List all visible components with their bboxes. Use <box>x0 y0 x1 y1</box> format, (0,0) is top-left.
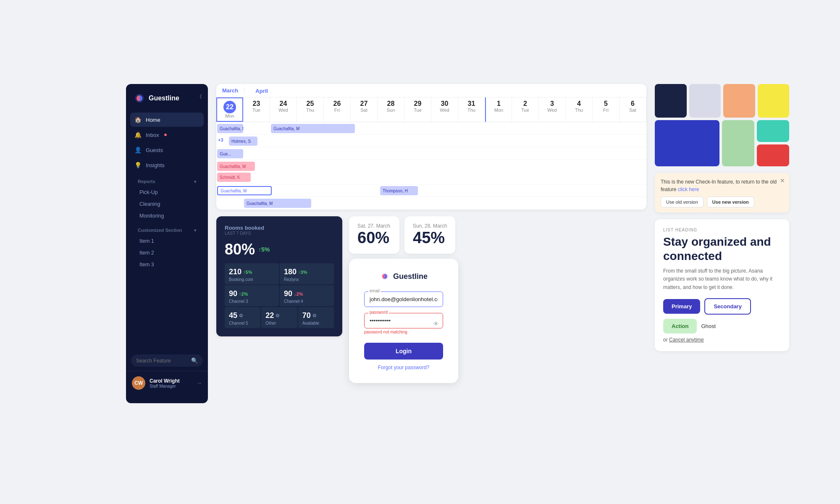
cal-date-1[interactable]: 1Mon <box>485 97 512 122</box>
cal-row-6: Guachafita, M <box>216 197 646 210</box>
user-role: Staff Manager <box>150 384 192 388</box>
nav-label-insights: Insights <box>146 162 165 168</box>
right-panel: This is the new Check-In feature, to ret… <box>655 84 789 351</box>
swatch-red <box>757 144 789 166</box>
notif-click-here-link[interactable]: click here <box>678 186 699 192</box>
bottom-row: Rooms booked LAST 7 DAYS 80% ↑5% 210↑5% … <box>216 216 646 383</box>
password-input[interactable] <box>364 313 443 328</box>
event-gua[interactable]: Gua... <box>217 149 243 158</box>
cal-row-2: +3 Holmes, S <box>216 135 646 147</box>
insights-icon: 💡 <box>134 162 142 168</box>
nav-label-guests: Guests <box>146 147 163 153</box>
logout-icon[interactable]: → <box>196 380 202 386</box>
cal-date-30[interactable]: 30Wed <box>431 97 458 122</box>
swatch-yellow <box>758 84 790 118</box>
event-holmes[interactable]: Holmes, S <box>229 136 257 146</box>
sidebar-item-monitoring[interactable]: Monitoring <box>130 210 204 222</box>
sidebar-item-pickup[interactable]: Pick-Up <box>130 186 204 198</box>
cal-date-3[interactable]: 3Wed <box>539 97 566 122</box>
customized-chevron[interactable]: ▾ <box>194 228 196 233</box>
secondary-button[interactable]: Secondary <box>704 298 751 315</box>
cal-date-6[interactable]: 6Sat <box>620 97 646 122</box>
password-form-group: password 👁 password not matching <box>364 313 443 334</box>
use-old-version-btn[interactable]: Use old version <box>661 197 704 207</box>
notif-close-btn[interactable]: ✕ <box>780 177 785 184</box>
login-button[interactable]: Login <box>364 343 443 360</box>
cal-date-2[interactable]: 2Tue <box>512 97 539 122</box>
login-logo-text: Guestline <box>393 272 428 281</box>
center-panel: Sat, 27. March 60% Sun, 28. March 45% <box>349 216 458 383</box>
sidebar-item-cleaning[interactable]: Cleaning <box>130 198 204 210</box>
notif-text: This is the new Check-In feature, to ret… <box>661 178 783 193</box>
pct-sat-date: Sat, 27. March <box>357 223 391 229</box>
event-guachafita-outline[interactable]: Guachafita, M <box>217 186 272 195</box>
notif-actions: Use old version Use new version <box>661 197 783 207</box>
sidebar-item-guests[interactable]: 👤 Guests <box>130 143 204 157</box>
section-customized: Customized Section ▾ <box>130 222 204 235</box>
email-form-group: email <box>364 291 443 307</box>
cal-date-28[interactable]: 28Sun <box>378 97 404 122</box>
sidebar-item-item1[interactable]: Item 1 <box>130 235 204 247</box>
pct-card-sat: Sat, 27. March 60% <box>349 216 399 254</box>
content-description: From the small stuff to the big picture,… <box>663 267 781 291</box>
cal-date-4[interactable]: 4Thu <box>566 97 593 122</box>
nav-label-home: Home <box>146 117 160 123</box>
password-error-msg: password not matching <box>364 330 443 334</box>
cal-date-29[interactable]: 29Tue <box>404 97 431 122</box>
cal-date-27[interactable]: 27Sat <box>351 97 378 122</box>
cal-row-4: Guachafita, M Schmidt, K <box>216 160 646 184</box>
event-guachafita-pink[interactable]: Guachafita, M <box>217 162 255 171</box>
button-row: Primary Secondary Action Ghost <box>663 298 781 333</box>
search-feature-box[interactable]: 🔍 <box>131 354 203 367</box>
eye-icon[interactable]: 👁 <box>433 320 439 327</box>
action-button[interactable]: Action <box>663 319 697 333</box>
day-num-22: 22 <box>223 101 236 113</box>
search-feature-input[interactable] <box>136 358 188 364</box>
sidebar-item-inbox[interactable]: 🔔 Inbox <box>130 128 204 142</box>
cal-date-24[interactable]: 24Wed <box>270 97 297 122</box>
rooms-grid: 210↑5% Booking.com 180↑3% Rezlynx 90↑2% … <box>225 263 334 306</box>
sidebar-item-insights[interactable]: 💡 Insights <box>130 158 204 172</box>
cal-date-26[interactable]: 26Fri <box>324 97 351 122</box>
cancel-link: or Cancel anytime <box>663 337 781 343</box>
content-section: LIST HEADING Stay organized and connecte… <box>655 219 789 351</box>
content-title: Stay organized and connected <box>663 235 781 263</box>
user-name: Carol Wright <box>150 378 192 384</box>
cal-date-31[interactable]: 31Thu <box>458 97 485 122</box>
plus-3-badge: +3 <box>218 137 223 142</box>
event-guachafita-row6[interactable]: Guachafita, M <box>244 199 311 208</box>
calendar-dates-row: 22 Mon 23Tue 24Wed 25Thu 26Fri 27Sat 28S… <box>216 97 646 122</box>
event-thompson[interactable]: Thompson, H <box>380 186 418 195</box>
cal-date-5[interactable]: 5Fri <box>593 97 620 122</box>
cal-date-22[interactable]: 22 Mon <box>216 97 243 122</box>
grid-cell-booking: 210↑5% Booking.com <box>225 263 279 284</box>
guestline-logo-icon <box>134 92 145 104</box>
cal-row-1: Guachafita, M Guachafita, M <box>216 122 646 135</box>
sidebar-logo-text: Guestline <box>149 94 179 102</box>
ghost-button[interactable]: Ghost <box>701 323 716 329</box>
primary-button[interactable]: Primary <box>663 299 700 314</box>
event-guachafita-2[interactable]: Guachafita, M <box>271 124 355 133</box>
grid-cell-rezlynx: 180↑3% Rezlynx <box>280 263 334 284</box>
avatar: CW <box>132 376 145 390</box>
nav-label-inbox: Inbox <box>146 132 159 138</box>
use-new-version-btn[interactable]: Use new version <box>707 197 754 207</box>
pct-sun-date: Sun, 28. March <box>413 223 447 229</box>
reports-chevron[interactable]: ▾ <box>194 179 196 184</box>
grid-cell-other: 22⊙ Other <box>261 307 297 328</box>
cal-date-25[interactable]: 25Thu <box>297 97 324 122</box>
swatch-teal <box>757 120 789 142</box>
cancel-anytime-link[interactable]: Cancel anytime <box>669 337 704 343</box>
user-row: CW Carol Wright Staff Manager → <box>126 371 208 395</box>
cal-date-23[interactable]: 23Tue <box>243 97 270 122</box>
event-guachafita-1[interactable]: Guachafita, M <box>217 124 243 133</box>
forgot-password-link[interactable]: Forgot your password? <box>364 365 443 370</box>
grid-cell-channel5: 45⊙ Channel 5 <box>225 307 260 328</box>
sidebar-item-item3[interactable]: Item 3 <box>130 259 204 270</box>
sidebar-item-home[interactable]: 🏠 Home <box>130 113 204 127</box>
event-schmidt[interactable]: Schmidt, K <box>217 173 251 182</box>
swatches-row2 <box>655 120 789 166</box>
sidebar-collapse-btn[interactable]: 《 <box>197 93 202 100</box>
sidebar-item-item2[interactable]: Item 2 <box>130 247 204 259</box>
email-input[interactable] <box>364 291 443 307</box>
